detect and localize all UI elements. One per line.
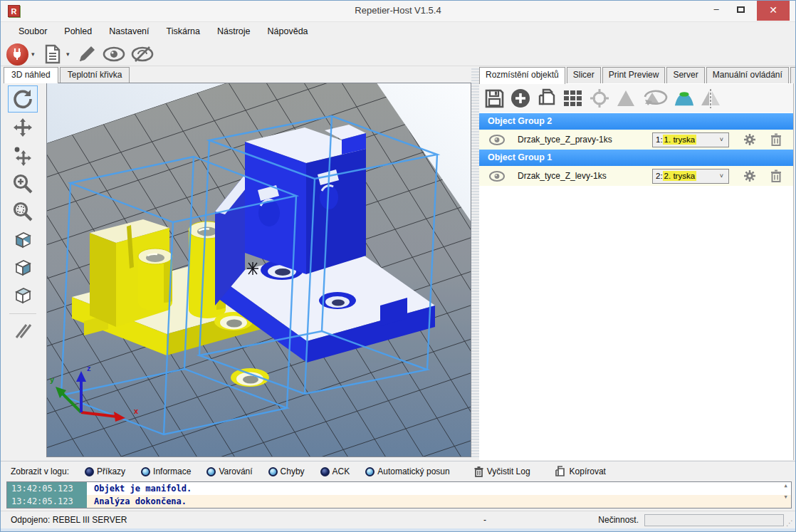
group-header[interactable]: Object Group 1 — [479, 150, 793, 166]
menu-soubor[interactable]: Soubor — [11, 24, 55, 39]
toggle-dot-icon — [365, 467, 375, 476]
extruder-value: 1. tryska — [663, 135, 696, 145]
log-message: Analýza dokončena. — [94, 495, 187, 508]
toggle-chyby[interactable]: Chyby — [268, 466, 305, 476]
tab-manualni-ovladani[interactable]: Manuální ovládání — [706, 67, 789, 83]
fit-view-button[interactable] — [8, 198, 38, 225]
toggle-ack[interactable]: ACK — [320, 466, 350, 476]
drop-object-button[interactable] — [674, 88, 695, 109]
menu-nastroje[interactable]: Nástroje — [209, 24, 258, 39]
center-object-button[interactable] — [589, 88, 610, 109]
tab-teplotni-krivka[interactable]: Teplotní křivka — [60, 67, 130, 83]
parallel-projection-icon — [12, 320, 33, 342]
viewport-3d[interactable]: x y z — [46, 83, 471, 457]
extruder-prefix: 2: — [656, 172, 663, 180]
drop-object-icon — [674, 89, 695, 108]
tab-rozmisteni-objektu[interactable]: Rozmístění objektů — [479, 67, 565, 84]
svg-text:z: z — [87, 364, 91, 372]
show-filament-button[interactable] — [102, 43, 126, 66]
panel-splitter[interactable] — [471, 67, 479, 457]
menu-napoveda[interactable]: Nápověda — [260, 24, 316, 39]
toggle-automaticky-posun[interactable]: Automatický posun — [365, 466, 449, 476]
extruder-select[interactable]: 2:2. tryska ˅ — [652, 169, 729, 184]
window-border — [1, 528, 795, 531]
iso-view-button[interactable] — [8, 226, 38, 254]
tab-sd-karta[interactable]: SD karta — [790, 67, 796, 83]
scene-3d: x y z — [47, 83, 471, 457]
rotate-view-button[interactable] — [8, 85, 38, 113]
close-button[interactable]: ✕ — [757, 1, 790, 21]
tab-3d-nahled[interactable]: 3D náhled — [4, 67, 58, 83]
log-output[interactable]: 13:42:05.123 Objekt je manifold. 13:42:0… — [6, 481, 792, 508]
extruder-select[interactable]: 1:1. tryska ˅ — [652, 132, 729, 147]
menu-pohled[interactable]: Pohled — [56, 24, 100, 39]
connect-button[interactable] — [5, 43, 29, 66]
trash-icon — [770, 169, 782, 182]
object-settings-button[interactable] — [743, 169, 756, 182]
title-bar: R Repetier-Host V1.5.4 – ✕ — [1, 1, 795, 22]
progress-bar — [644, 514, 784, 526]
log-filter-label: Zobrazit v logu: — [11, 466, 69, 476]
maximize-icon — [737, 6, 745, 13]
copy-object-button[interactable] — [536, 88, 557, 109]
zoom-in-button[interactable] — [8, 170, 38, 197]
log-scrollbar[interactable]: ▲▼ — [781, 483, 790, 507]
object-row[interactable]: Drzak_tyce_Z_levy-1ks 2:2. tryska ˅ — [479, 166, 793, 186]
move-object-button[interactable] — [8, 142, 38, 169]
toggle-label: ACK — [332, 466, 350, 476]
tab-print-preview[interactable]: Print Preview — [602, 67, 666, 83]
toggle-prikazy[interactable]: Příkazy — [85, 466, 125, 476]
eye-slash-icon — [131, 46, 154, 63]
activity-status: Nečinnost. — [598, 515, 639, 525]
mirror-object-button[interactable] — [700, 88, 721, 109]
toggle-varovani[interactable]: Varování — [206, 466, 252, 476]
tab-server[interactable]: Server — [666, 67, 704, 83]
minimize-button[interactable]: – — [706, 1, 727, 19]
object-settings-button[interactable] — [743, 133, 756, 146]
maximize-button[interactable] — [730, 1, 751, 19]
copy-log-button[interactable]: Kopírovat — [555, 466, 606, 477]
pencil-icon — [77, 44, 97, 64]
scale-object-button[interactable] — [615, 88, 637, 109]
connect-dropdown-caret[interactable]: ▾ — [31, 51, 35, 58]
scale-icon — [616, 89, 636, 108]
rotate-icon — [12, 88, 33, 110]
chevron-down-icon: ˅ — [716, 171, 727, 182]
log-timestamp: 13:42:05.123 — [7, 495, 87, 508]
menu-nastaveni[interactable]: Nastavení — [101, 24, 157, 39]
resize-grip[interactable]: ⋰ — [786, 519, 794, 527]
object-name: Drzak_tyce_Z_levy-1ks — [518, 171, 607, 181]
main-toolbar: ▾ ▾ EASY — [1, 41, 795, 66]
delete-object-button[interactable] — [770, 169, 782, 182]
visibility-eye-icon[interactable] — [489, 171, 505, 182]
save-object-button[interactable] — [483, 88, 505, 109]
parallel-projection-button[interactable] — [8, 318, 38, 345]
front-cube-icon — [12, 257, 33, 278]
toggle-label: Příkazy — [97, 466, 125, 476]
edit-gcode-button[interactable] — [75, 43, 99, 66]
top-view-button[interactable] — [8, 282, 38, 309]
delete-object-button[interactable] — [770, 133, 782, 146]
mirror-icon — [700, 88, 721, 108]
menu-tiskarna[interactable]: Tiskárna — [159, 24, 208, 39]
front-view-button[interactable] — [8, 254, 38, 281]
toggle-dot-icon — [141, 467, 150, 476]
toggle-label: Informace — [153, 466, 191, 476]
clear-log-button[interactable]: Vyčistit Log — [474, 466, 530, 477]
load-button[interactable] — [41, 43, 65, 66]
autoposition-button[interactable] — [562, 88, 584, 109]
move-view-button[interactable] — [8, 114, 38, 141]
tab-slicer[interactable]: Slicer — [567, 67, 601, 83]
zoom-in-icon — [12, 173, 33, 194]
rotate-object-icon — [642, 88, 668, 108]
window-title: Repetier-Host V1.5.4 — [1, 5, 795, 16]
visibility-eye-icon[interactable] — [489, 135, 505, 145]
gear-icon — [743, 133, 756, 146]
add-object-button[interactable] — [510, 88, 531, 109]
hide-travel-button[interactable] — [130, 43, 155, 66]
object-row[interactable]: Drzak_tyce_Z_pravy-1ks 1:1. tryska ˅ — [479, 130, 793, 150]
group-header[interactable]: Object Group 2 — [479, 113, 793, 130]
toggle-informace[interactable]: Informace — [141, 466, 191, 476]
load-dropdown-caret[interactable]: ▾ — [66, 51, 70, 58]
rotate-object-button[interactable] — [641, 88, 669, 109]
